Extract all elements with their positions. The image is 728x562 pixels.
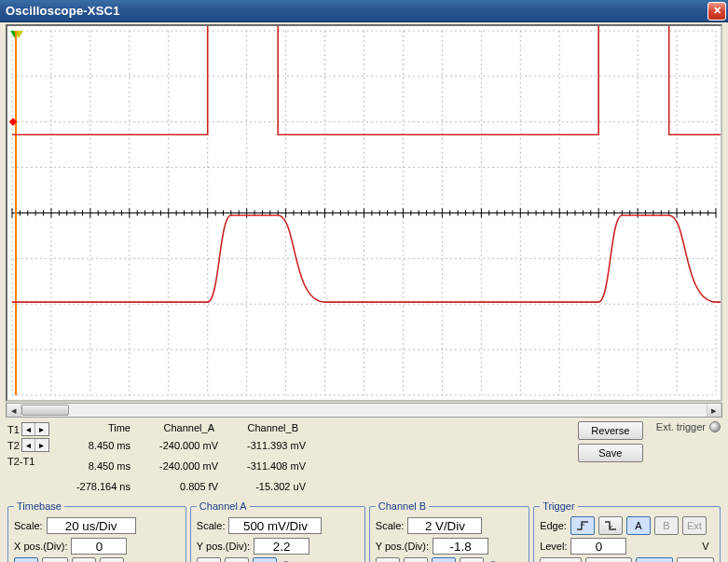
reverse-button[interactable]: Reverse xyxy=(578,421,643,440)
cursor-label-t1: T1 xyxy=(7,424,20,435)
level-label: Level: xyxy=(540,541,567,552)
ext-trigger-led-icon xyxy=(709,421,721,432)
scale-label: Scale: xyxy=(14,520,43,531)
chb-minus-button[interactable]: - xyxy=(460,557,484,562)
chb-ypos-input[interactable] xyxy=(433,538,488,555)
window-title: Oscilloscope-XSC1 xyxy=(6,4,707,18)
chb-dc-button[interactable]: DC xyxy=(432,557,456,562)
scroll-thumb[interactable] xyxy=(21,404,69,416)
mode-ba-button[interactable]: B/A xyxy=(72,557,96,562)
cursor-label-t2: T2 xyxy=(7,440,20,451)
trig-single-button[interactable]: Single xyxy=(540,557,582,562)
cha-zero-button[interactable]: 0 xyxy=(225,557,249,562)
cha-scale-input[interactable] xyxy=(228,517,322,534)
diff-cha: 0.805 fV xyxy=(140,480,224,494)
cha-scale-label: Scale: xyxy=(197,520,226,531)
timebase-scale-input[interactable] xyxy=(47,517,136,534)
cha-ypos-input[interactable] xyxy=(254,538,309,555)
timebase-legend: Timebase xyxy=(14,500,64,512)
trig-none-button[interactable]: None xyxy=(677,557,714,562)
col-time: Time xyxy=(62,421,136,435)
scroll-left-icon[interactable]: ◂ xyxy=(7,404,21,417)
xpos-label: X pos.(Div): xyxy=(14,541,67,552)
cha-dc-button[interactable]: DC xyxy=(253,557,277,562)
xpos-input[interactable] xyxy=(71,538,127,555)
close-icon[interactable]: ✕ xyxy=(707,2,726,21)
cursor-t1-stepper[interactable]: ◂ ▸ xyxy=(21,422,49,436)
chb-scale-input[interactable] xyxy=(407,517,482,534)
cursor-label-diff: T2-T1 xyxy=(7,456,34,467)
t2-chb: -311.408 mV xyxy=(227,459,311,473)
horizontal-scrollbar[interactable]: ◂ ▸ xyxy=(6,403,722,418)
trig-src-b-button[interactable]: B xyxy=(654,516,679,535)
chb-zero-button[interactable]: 0 xyxy=(404,557,428,562)
rising-edge-icon xyxy=(576,520,589,531)
cursor-t2-stepper[interactable]: ◂ ▸ xyxy=(21,438,49,452)
arrow-right-icon[interactable]: ▸ xyxy=(35,423,48,435)
arrow-right-icon[interactable]: ▸ xyxy=(35,439,48,451)
trig-src-ext-button[interactable]: Ext xyxy=(682,516,707,535)
falling-edge-icon xyxy=(604,520,617,531)
t2-cha: -240.000 mV xyxy=(140,459,224,473)
trigger-legend: Trigger xyxy=(540,500,577,512)
trigger-panel: Trigger Edge: A B Ext Level: V Si xyxy=(533,500,721,562)
t1-chb: -311.393 mV xyxy=(227,439,311,453)
channel-a-panel: Channel A Scale: Y pos.(Div): AC 0 DC xyxy=(190,500,365,562)
col-chb: Channel_B xyxy=(220,421,304,435)
arrow-left-icon[interactable]: ◂ xyxy=(22,423,35,435)
scope-display[interactable] xyxy=(6,24,722,402)
timebase-panel: Timebase Scale: X pos.(Div): Y/T Add B/A… xyxy=(7,500,186,562)
cha-ypos-label: Y pos.(Div): xyxy=(197,541,250,552)
diff-chb: -15.302 uV xyxy=(227,480,311,494)
edge-label: Edge: xyxy=(540,520,567,531)
readout-table: Time Channel_A Channel_B 8.450 ms -240.0… xyxy=(62,421,311,497)
trig-level-unit: V xyxy=(697,541,714,552)
mode-ab-button[interactable]: A/B xyxy=(100,557,124,562)
trig-src-a-button[interactable]: A xyxy=(626,516,651,535)
mode-add-button[interactable]: Add xyxy=(42,557,68,562)
trig-normal-button[interactable]: Normal xyxy=(585,557,632,562)
arrow-left-icon[interactable]: ◂ xyxy=(22,439,35,451)
scroll-track[interactable] xyxy=(21,404,707,417)
trig-level-input[interactable] xyxy=(570,538,626,555)
titlebar: Oscilloscope-XSC1 ✕ xyxy=(0,0,728,22)
col-cha: Channel_A xyxy=(136,421,220,435)
scroll-right-icon[interactable]: ▸ xyxy=(707,404,721,417)
t1-cha: -240.000 mV xyxy=(140,439,224,453)
channel-b-panel: Channel B Scale: Y pos.(Div): AC 0 DC - xyxy=(369,500,529,562)
edge-rising-button[interactable] xyxy=(570,516,595,535)
t1-time: 8.450 ms xyxy=(62,439,136,453)
chb-scale-label: Scale: xyxy=(376,520,405,531)
edge-falling-button[interactable] xyxy=(598,516,623,535)
chb-ac-button[interactable]: AC xyxy=(376,557,400,562)
mode-yt-button[interactable]: Y/T xyxy=(14,557,38,562)
ext-trigger-label: Ext. trigger xyxy=(656,421,706,432)
channel-b-legend: Channel B xyxy=(376,500,429,512)
channel-a-legend: Channel A xyxy=(197,500,250,512)
t2-time: 8.450 ms xyxy=(62,459,136,473)
save-button[interactable]: Save xyxy=(578,444,643,462)
trig-auto-button[interactable]: Auto xyxy=(636,557,673,562)
cha-ac-button[interactable]: AC xyxy=(197,557,221,562)
diff-time: -278.164 ns xyxy=(62,480,136,494)
chb-ypos-label: Y pos.(Div): xyxy=(376,541,429,552)
